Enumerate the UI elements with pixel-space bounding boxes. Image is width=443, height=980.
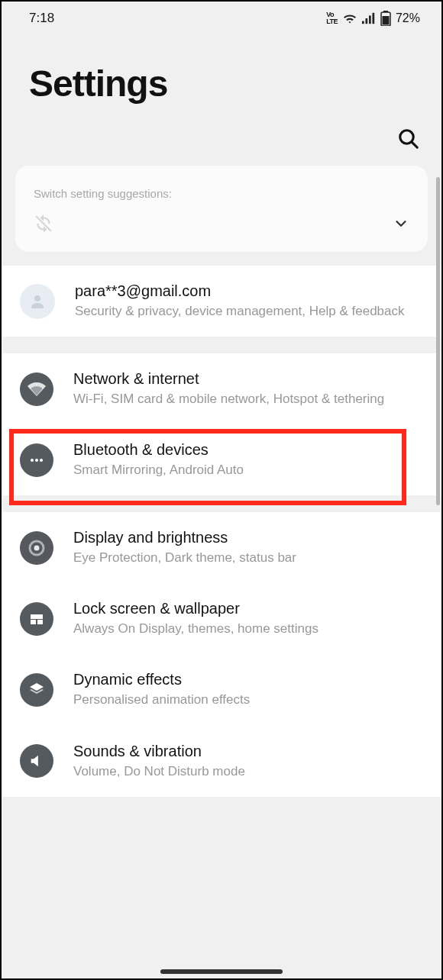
svg-point-12 — [35, 459, 38, 462]
wallpaper-icon — [20, 602, 53, 636]
svg-point-11 — [31, 459, 34, 462]
page-title: Settings — [29, 63, 414, 105]
row-text: Display and brightness Eye Protection, D… — [73, 529, 423, 566]
volume-icon — [20, 744, 53, 778]
row-title: Network & internet — [73, 370, 423, 388]
personalization-group: Display and brightness Eye Protection, D… — [2, 512, 441, 796]
suggestions-label: Switch setting suggestions: — [34, 187, 409, 200]
row-title: Bluetooth & devices — [73, 441, 423, 459]
svg-point-13 — [40, 459, 43, 462]
header: Settings — [2, 32, 441, 120]
row-sub: Always On Display, themes, home settings — [73, 621, 423, 637]
settings-row-lockscreen[interactable]: Lock screen & wallpaper Always On Displa… — [2, 583, 441, 654]
battery-percent: 72% — [396, 11, 420, 25]
svg-rect-17 — [31, 620, 36, 624]
status-time: 7:18 — [29, 11, 54, 26]
svg-rect-1 — [365, 18, 367, 24]
svg-rect-18 — [37, 620, 43, 624]
home-indicator[interactable] — [160, 969, 283, 974]
settings-row-dynamic[interactable]: Dynamic effects Personalised animation e… — [2, 654, 441, 725]
account-group: para**3@gmail.com Security & privacy, de… — [2, 266, 441, 337]
svg-point-10 — [34, 295, 40, 301]
search-button[interactable] — [397, 127, 420, 150]
settings-row-bluetooth[interactable]: Bluetooth & devices Smart Mirroring, And… — [2, 424, 441, 495]
account-email: para**3@gmail.com — [75, 282, 423, 300]
svg-point-15 — [34, 545, 40, 550]
avatar — [20, 284, 55, 319]
person-icon — [28, 292, 47, 311]
scroll-indicator[interactable] — [436, 177, 440, 505]
row-text: Dynamic effects Personalised animation e… — [73, 671, 423, 708]
account-text: para**3@gmail.com Security & privacy, de… — [75, 282, 423, 320]
wifi-icon — [342, 12, 357, 24]
connectivity-group: Network & internet Wi-Fi, SIM card & mob… — [2, 353, 441, 495]
brightness-icon — [20, 531, 53, 565]
row-title: Display and brightness — [73, 529, 423, 546]
settings-row-network[interactable]: Network & internet Wi-Fi, SIM card & mob… — [2, 353, 441, 424]
settings-row-sounds[interactable]: Sounds & vibration Volume, Do Not Distur… — [2, 726, 441, 797]
row-sub: Wi-Fi, SIM card & mobile network, Hotspo… — [73, 391, 423, 408]
row-sub: Volume, Do Not Disturb mode — [73, 763, 423, 780]
svg-rect-16 — [31, 614, 43, 619]
svg-rect-3 — [372, 13, 374, 24]
row-title: Dynamic effects — [73, 671, 423, 688]
chevron-down-icon — [393, 215, 409, 232]
settings-row-display[interactable]: Display and brightness Eye Protection, D… — [2, 512, 441, 583]
signal-icon — [362, 12, 376, 24]
svg-line-8 — [412, 142, 417, 147]
sync-off-icon — [34, 214, 53, 234]
account-sub: Security & privacy, device management, H… — [75, 303, 423, 320]
row-text: Sounds & vibration Volume, Do Not Distur… — [73, 743, 423, 780]
row-sub: Smart Mirroring, Android Auto — [73, 462, 423, 479]
status-bar: 7:18 VoLTE 72% — [2, 2, 441, 32]
wifi-circle-icon — [20, 372, 53, 406]
svg-rect-2 — [369, 15, 371, 24]
row-title: Lock screen & wallpaper — [73, 600, 423, 617]
svg-rect-6 — [382, 16, 389, 25]
suggestions-card[interactable]: Switch setting suggestions: — [15, 166, 428, 252]
layers-icon — [20, 673, 53, 707]
row-title: Sounds & vibration — [73, 743, 423, 760]
svg-rect-0 — [362, 21, 364, 24]
status-right: VoLTE 72% — [326, 11, 420, 26]
row-sub: Personalised animation effects — [73, 691, 423, 708]
volte-icon: VoLTE — [326, 11, 338, 25]
search-row — [2, 120, 441, 166]
row-sub: Eye Protection, Dark theme, status bar — [73, 550, 423, 566]
battery-icon — [380, 11, 391, 26]
search-icon — [397, 127, 420, 150]
row-text: Lock screen & wallpaper Always On Displa… — [73, 600, 423, 637]
row-text: Network & internet Wi-Fi, SIM card & mob… — [73, 370, 423, 408]
account-row[interactable]: para**3@gmail.com Security & privacy, de… — [2, 266, 441, 337]
more-horiz-icon — [20, 443, 53, 477]
row-text: Bluetooth & devices Smart Mirroring, And… — [73, 441, 423, 479]
